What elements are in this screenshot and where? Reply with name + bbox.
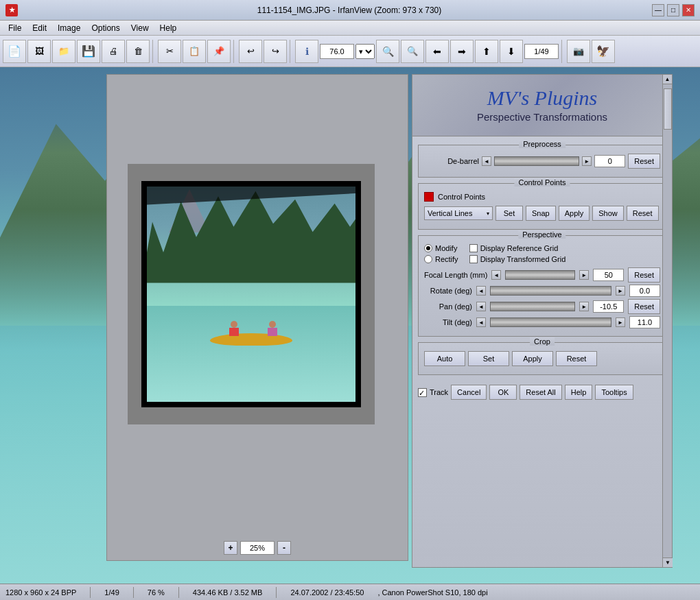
zoom-input[interactable]: 76.0 [320, 44, 354, 59]
menu-view[interactable]: View [126, 22, 154, 34]
track-label: Track [430, 388, 448, 396]
plugin-logo: MV's Plugins [487, 88, 598, 108]
scan-button[interactable]: 📷 [567, 40, 590, 63]
debarrel-left-arrow[interactable]: ◄ [482, 156, 491, 166]
tilt-left-arrow[interactable]: ◄ [476, 317, 486, 327]
pan-left-arrow[interactable]: ◄ [476, 302, 486, 311]
trans-grid-checkbox[interactable] [469, 255, 478, 263]
open-button[interactable]: 🖼 [27, 40, 51, 63]
plugin-panel: MV's Plugins Perspective Transformations… [412, 74, 673, 568]
status-zoom: 76 % [148, 588, 165, 597]
status-divider4 [276, 587, 277, 598]
focal-slider[interactable] [505, 270, 575, 280]
ok-button[interactable]: OK [489, 385, 517, 400]
cp-set-button[interactable]: Set [495, 206, 523, 221]
rotate-label: Rotate (deg) [424, 287, 472, 295]
prev-button[interactable]: ⬅ [425, 40, 449, 63]
tilt-value[interactable]: 11.0 [629, 316, 660, 328]
debarrel-right-arrow[interactable]: ► [582, 156, 592, 166]
menu-image[interactable]: Image [52, 22, 86, 34]
rotate-right-arrow[interactable]: ► [616, 286, 625, 296]
browse-button[interactable]: 📁 [52, 40, 75, 63]
debarrel-reset-button[interactable]: Reset [628, 154, 660, 169]
cp-reset-button[interactable]: Reset [627, 206, 659, 221]
focal-right-arrow[interactable]: ► [579, 270, 589, 280]
modify-rectify-row: Modify Rectify Display Reference Grid [424, 244, 660, 263]
minimize-button[interactable]: — [652, 4, 664, 16]
crop-buttons-row: Auto Set Apply Reset [424, 351, 660, 366]
pan-slider[interactable] [490, 302, 575, 311]
preprocess-title: Preprocess [519, 140, 565, 148]
save-button[interactable]: 💾 [77, 40, 100, 63]
pan-value[interactable]: -10.5 [593, 300, 624, 313]
scroll-up-button[interactable]: ▲ [663, 75, 672, 84]
scroll-thumb[interactable] [664, 88, 672, 130]
window-title: 111-1154_IMG.JPG - IrfanView (Zoom: 973 … [47, 5, 652, 15]
print-button[interactable]: 🖨 [102, 40, 125, 63]
modify-radio[interactable] [424, 244, 432, 252]
perspective-content: Modify Rectify Display Reference Grid [419, 236, 666, 336]
crop-section: Crop Auto Set Apply Reset [418, 342, 666, 375]
debarrel-value[interactable]: 0 [594, 155, 625, 167]
plugin-header: MV's Plugins Perspective Transformations [412, 75, 672, 136]
separator4 [561, 40, 564, 63]
ref-grid-checkbox[interactable] [469, 244, 478, 252]
vertical-lines-dropdown[interactable]: Vertical Lines ▾ [424, 206, 493, 220]
first-button[interactable]: ⬆ [475, 40, 498, 63]
pan-reset-button[interactable]: Reset [628, 299, 660, 314]
maximize-button[interactable]: □ [667, 4, 679, 16]
pan-right-arrow[interactable]: ► [579, 302, 589, 311]
menu-edit[interactable]: Edit [27, 22, 52, 34]
debarrel-slider[interactable] [494, 156, 579, 166]
cp-header: Control Points [424, 192, 660, 202]
crop-apply-button[interactable]: Apply [512, 351, 553, 366]
scrollbar-vertical[interactable]: ▲ ▼ [662, 75, 672, 567]
crop-set-button[interactable]: Set [468, 351, 509, 366]
close-button[interactable]: ✕ [682, 4, 695, 16]
ref-grid-item: Display Reference Grid [469, 244, 566, 252]
rotate-left-arrow[interactable]: ◄ [476, 286, 486, 296]
zoom-plus-button[interactable]: + [224, 541, 237, 555]
dropdown-arrow-icon: ▾ [487, 211, 489, 217]
tooltips-button[interactable]: Tooltips [595, 385, 633, 400]
rotate-slider[interactable] [490, 286, 611, 296]
copy-button[interactable]: 📋 [183, 40, 206, 63]
info-button[interactable]: ℹ [295, 40, 318, 63]
tilt-slider[interactable] [490, 317, 611, 327]
cancel-button[interactable]: Cancel [451, 385, 487, 400]
paste-button[interactable]: 📌 [207, 40, 231, 63]
rectify-radio[interactable] [424, 255, 432, 263]
zoom-in-button[interactable]: 🔍 [376, 40, 399, 63]
status-divider3 [178, 587, 179, 598]
delete-button[interactable]: 🗑 [126, 40, 150, 63]
focal-left-arrow[interactable]: ◄ [491, 270, 501, 280]
redo-button[interactable]: ↪ [264, 40, 287, 63]
bird-button[interactable]: 🦅 [592, 40, 615, 63]
crop-reset-button[interactable]: Reset [556, 351, 597, 366]
rotate-value[interactable]: 0.0 [629, 285, 660, 297]
cut-button[interactable]: ✂ [158, 40, 181, 63]
reset-all-button[interactable]: Reset All [520, 385, 561, 400]
zoom-minus-button[interactable]: - [277, 541, 291, 555]
crop-content: Auto Set Apply Reset [419, 343, 666, 374]
menu-help[interactable]: Help [154, 22, 183, 34]
cp-snap-button[interactable]: Snap [526, 206, 556, 221]
last-button[interactable]: ⬇ [500, 40, 523, 63]
track-checkbox[interactable]: ✓ [418, 388, 427, 397]
menu-file[interactable]: File [3, 22, 27, 34]
scroll-down-button[interactable]: ▼ [663, 557, 673, 567]
tilt-right-arrow[interactable]: ► [616, 317, 625, 327]
next-button[interactable]: ➡ [450, 40, 474, 63]
zoom-dropdown[interactable]: ▾ [355, 44, 375, 59]
cp-show-button[interactable]: Show [592, 206, 624, 221]
focal-length-label: Focal Length (mm) [424, 271, 487, 279]
focal-reset-button[interactable]: Reset [628, 267, 660, 283]
zoom-out-button[interactable]: 🔍 [401, 40, 424, 63]
cp-apply-button[interactable]: Apply [559, 206, 590, 221]
focal-value[interactable]: 50 [593, 269, 624, 281]
help-button[interactable]: Help [565, 385, 593, 400]
undo-button[interactable]: ↩ [239, 40, 262, 63]
crop-auto-button[interactable]: Auto [424, 351, 465, 366]
menu-options[interactable]: Options [86, 22, 125, 34]
new-button[interactable]: 📄 [3, 40, 26, 63]
